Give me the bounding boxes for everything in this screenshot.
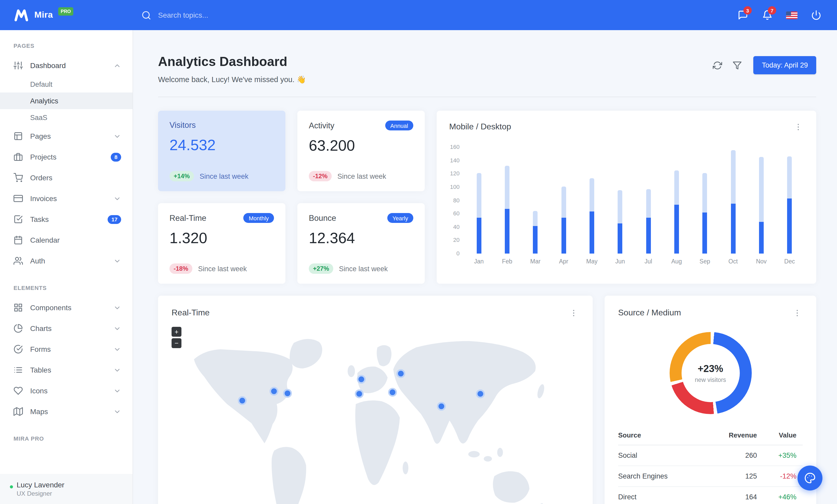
sidebar-item-label: Dashboard <box>30 61 66 70</box>
mobile-desktop-card: Mobile / Desktop 020406080100120140160 J… <box>437 111 816 284</box>
period-badge[interactable]: Annual <box>385 120 413 130</box>
map-icon <box>14 407 23 416</box>
sidebar-item-charts[interactable]: Charts <box>0 318 132 339</box>
activity-card: Activity Annual 63.200 -12% Since last w… <box>297 111 425 191</box>
y-axis-tick: 40 <box>453 224 460 230</box>
sidebar-item-projects[interactable]: Projects8 <box>0 147 132 167</box>
refresh-icon <box>713 60 723 70</box>
sidebar-item-calendar[interactable]: Calendar <box>0 230 132 250</box>
map-marker <box>397 369 406 378</box>
x-axis-label: Apr <box>559 258 568 264</box>
sidebar-section-label-pages: PAGES <box>0 30 132 55</box>
sidebar-item-maps[interactable]: Maps <box>0 401 132 422</box>
bar-segment-mobile <box>702 212 707 254</box>
period-badge[interactable]: Yearly <box>387 213 413 223</box>
cell-source: Direct <box>618 487 689 504</box>
lower-grid: Real-Time + − <box>158 296 816 504</box>
bar-column-nov: Nov <box>747 147 776 264</box>
sidebar-item-default[interactable]: Default <box>0 76 132 93</box>
sidebar-item-label: Orders <box>30 173 53 182</box>
more-vertical-icon <box>794 123 802 131</box>
sidebar-item-forms[interactable]: Forms <box>0 339 132 359</box>
period-badge[interactable]: Monthly <box>244 213 274 223</box>
bar-segment-mobile <box>759 222 764 254</box>
sidebar-item-dashboard[interactable]: Dashboard <box>0 55 132 76</box>
delta-badge: -18% <box>170 263 192 274</box>
theme-settings-fab[interactable] <box>798 466 822 490</box>
sidebar-item-tasks[interactable]: Tasks17 <box>0 209 132 230</box>
stat-value: 24.532 <box>170 137 274 154</box>
sidebar-item-icons[interactable]: Icons <box>0 380 132 401</box>
donut-chart: +23% new visitors <box>669 332 751 414</box>
brand[interactable]: Mira PRO <box>0 8 133 22</box>
messages-button[interactable]: 3 <box>732 5 753 25</box>
notifications-button[interactable]: 7 <box>757 5 778 25</box>
stat-title: Activity <box>309 121 334 130</box>
card-menu-button[interactable] <box>568 307 579 318</box>
stat-note: Since last week <box>339 265 388 273</box>
bar-segment-mobile <box>787 198 792 254</box>
sidebar-item-analytics[interactable]: Analytics <box>0 93 132 109</box>
x-axis-label: Jun <box>615 258 625 264</box>
cell-source: Search Engines <box>618 466 689 487</box>
x-axis-label: Aug <box>671 258 682 264</box>
bar-column-dec: Dec <box>776 147 804 264</box>
bar-segment-desktop <box>646 189 651 218</box>
sidebar-item-invoices[interactable]: Invoices <box>0 188 132 209</box>
card-title: Real-Time <box>172 308 210 317</box>
donut-center-label: new visitors <box>695 377 726 383</box>
sidebar-item-label: Invoices <box>30 194 57 203</box>
sidebar-item-tables[interactable]: Tables <box>0 359 132 380</box>
sidebar-user[interactable]: Lucy Lavender UX Designer <box>0 474 132 504</box>
signout-button[interactable] <box>806 5 826 25</box>
sidebar-item-saas[interactable]: SaaS <box>0 109 132 126</box>
cell-value: -12% <box>757 466 803 487</box>
sidebar-item-auth[interactable]: Auth <box>0 250 132 271</box>
search-input[interactable] <box>158 11 278 19</box>
language-button[interactable] <box>781 5 802 25</box>
bar-segment-desktop <box>702 173 707 212</box>
donut-center-value: +23% <box>698 363 723 375</box>
bar-segment-desktop <box>618 190 623 224</box>
briefcase-icon <box>14 152 23 162</box>
bar-column-sep: Sep <box>691 147 719 264</box>
date-range-button[interactable]: Today: April 29 <box>753 56 816 74</box>
card-menu-button[interactable] <box>792 121 804 132</box>
bar-chart-plot: JanFebMarAprMayJunJulAugSepOctNovDec <box>465 147 804 264</box>
stat-value: 1.320 <box>170 230 274 247</box>
card-title: Source / Medium <box>618 308 681 317</box>
x-axis-label: Feb <box>502 258 512 264</box>
navbar-actions: 3 7 <box>732 5 837 25</box>
bar-column-jun: Jun <box>606 147 634 264</box>
world-map-svg <box>172 324 579 504</box>
brand-name: Mira <box>34 10 53 20</box>
map-marker <box>283 389 292 398</box>
bar-segment-mobile <box>731 204 735 254</box>
map-marker <box>237 396 246 405</box>
check-circle-icon <box>14 344 23 354</box>
table-row-direct: Direct164+46% <box>618 487 803 504</box>
stat-note: Since last week <box>198 265 247 273</box>
sidebar-item-orders[interactable]: Orders <box>0 167 132 188</box>
zoom-out-button[interactable]: − <box>172 338 181 348</box>
zoom-in-button[interactable]: + <box>172 327 181 337</box>
bar-segment-desktop <box>787 156 792 198</box>
sidebar-item-pages[interactable]: Pages <box>0 126 132 147</box>
sidebar-section-label-elements: ELEMENTS <box>0 271 132 297</box>
map-marker <box>437 402 446 411</box>
bar-column-jan: Jan <box>465 147 493 264</box>
stat-title: Visitors <box>170 120 196 130</box>
card-menu-button[interactable] <box>791 307 803 318</box>
sidebar-item-components[interactable]: Components <box>0 297 132 318</box>
sidebar-item-label: Charts <box>30 324 52 333</box>
map-marker <box>357 375 366 384</box>
users-icon <box>14 256 23 265</box>
cell-revenue: 260 <box>689 445 757 466</box>
filter-button[interactable] <box>729 56 746 74</box>
bar-segment-mobile <box>505 209 510 254</box>
sidebar-item-label: Calendar <box>30 236 60 244</box>
refresh-button[interactable] <box>709 56 727 74</box>
messages-count-badge: 3 <box>744 6 752 15</box>
map-zoom-controls: + − <box>172 327 181 348</box>
layout-icon <box>14 131 23 141</box>
